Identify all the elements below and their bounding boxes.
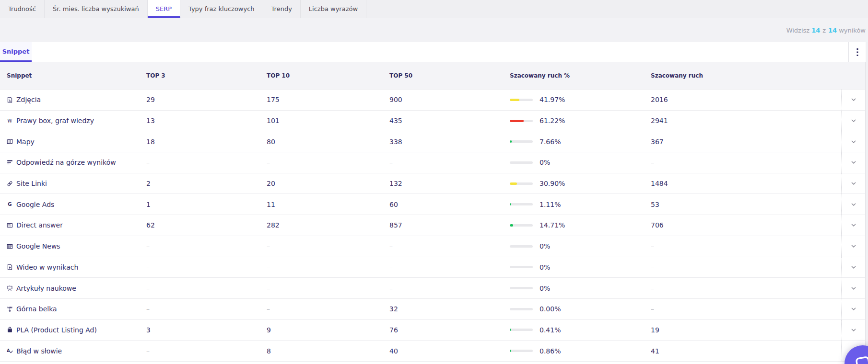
snippet-label: PLA (Product Listing Ad) <box>16 326 97 334</box>
top50-value: 40 <box>389 347 510 355</box>
column-header-5: Szacowany ruch % <box>510 72 651 79</box>
top50-value: 32 <box>389 305 510 313</box>
news-icon <box>7 243 13 250</box>
top50-value: 435 <box>389 117 510 125</box>
expand-row-button[interactable] <box>841 278 865 298</box>
chat-bubble-icon <box>853 353 868 364</box>
kebab-menu-icon <box>856 48 858 57</box>
table-row[interactable]: ABłąd w słowie–8400.86%41 <box>0 340 865 361</box>
top3-value: 18 <box>146 138 267 146</box>
column-header-4: TOP 50 <box>389 72 510 79</box>
traffic-share-bar <box>510 224 533 227</box>
snippet-toolbar: Snippet <box>0 42 866 62</box>
table-row[interactable]: WPrawy box, graf wiedzy1310143561.22%294… <box>0 110 865 131</box>
table-header-row: SnippetTOP 3TOP 10TOP 50Szacowany ruch %… <box>0 62 865 89</box>
snippet-label: Prawy box, graf wiedzy <box>16 117 94 125</box>
table-row[interactable]: Zdjęcia2917590041.97%2016 <box>0 89 865 110</box>
expand-row-button[interactable] <box>841 257 865 278</box>
tab-serp[interactable]: SERP <box>148 0 180 18</box>
chevron-down-icon <box>850 201 857 208</box>
table-row[interactable]: Odpowiedź na górze wyników–––0%– <box>0 152 865 173</box>
link-icon <box>7 181 13 187</box>
traffic-share-bar <box>510 203 533 205</box>
expand-row-button[interactable] <box>841 111 865 131</box>
google-g-icon: G <box>7 201 13 207</box>
table-row[interactable]: Direct answer6228285714.71%706 <box>0 215 865 236</box>
tab--r-mies-liczba-wyszukiwa-[interactable]: Śr. mies. liczba wyszukiwań <box>45 0 148 18</box>
table-row[interactable]: Google News–––0%– <box>0 236 865 257</box>
snippet-label: Odpowiedź na górze wyników <box>16 159 116 166</box>
top10-value: 20 <box>267 180 389 187</box>
top10-value: 9 <box>267 326 389 334</box>
chevron-down-icon <box>850 243 857 250</box>
snippet-table: SnippetTOP 3TOP 10TOP 50Szacowany ruch %… <box>0 62 866 364</box>
tab-trudno-[interactable]: Trudność <box>0 0 45 18</box>
table-row[interactable]: Górna belka––320.00%– <box>0 298 865 319</box>
traffic-value: 19 <box>651 326 841 334</box>
top3-value: – <box>146 347 267 355</box>
table-row[interactable]: Site Linki22013230.90%1484 <box>0 173 865 194</box>
tab-typy-fraz-kluczowych[interactable]: Typy fraz kluczowych <box>180 0 263 18</box>
tab-snippet[interactable]: Snippet <box>0 42 32 62</box>
expand-row-button[interactable] <box>841 299 865 319</box>
table-options-button[interactable] <box>848 42 866 62</box>
top3-value: 13 <box>146 117 267 125</box>
direct-answer-icon <box>7 222 13 228</box>
chevron-down-icon <box>850 117 857 124</box>
top10-value: – <box>267 284 389 292</box>
top3-value: – <box>146 159 267 166</box>
table-row[interactable]: GGoogle Ads111601.11%53 <box>0 193 865 215</box>
traffic-pct-label: 0.41% <box>540 326 561 334</box>
tab-trendy[interactable]: Trendy <box>263 0 301 18</box>
top50-value: 60 <box>389 201 510 208</box>
traffic-value: – <box>651 263 841 271</box>
expand-row-button[interactable] <box>841 152 865 173</box>
table-row[interactable]: Artykuły naukowe–––0%– <box>0 277 865 298</box>
tab-liczba-wyraz-w[interactable]: Liczba wyrazów <box>301 0 366 18</box>
table-row[interactable]: Mapy18803387.66%367 <box>0 131 865 152</box>
traffic-value: – <box>651 284 841 292</box>
answer-top-icon <box>7 159 13 166</box>
svg-text:W: W <box>7 118 12 124</box>
table-row[interactable]: PLA (Product Listing Ad)39760.41%19 <box>0 319 865 341</box>
expand-row-button[interactable] <box>841 194 865 215</box>
table-row-partial <box>0 361 865 364</box>
top50-value: 338 <box>389 138 510 146</box>
expand-row-button[interactable] <box>841 320 865 341</box>
expand-row-button[interactable] <box>841 131 865 152</box>
top50-value: – <box>389 159 510 166</box>
top10-value: – <box>267 242 389 250</box>
analysis-tabbar: TrudnośćŚr. mies. liczba wyszukiwańSERPT… <box>0 0 868 18</box>
wikipedia-w-icon: W <box>7 118 13 124</box>
spellcheck-icon: A <box>7 348 13 354</box>
traffic-value: 367 <box>651 138 841 146</box>
top50-value: 76 <box>389 326 510 334</box>
chevron-down-icon <box>850 138 857 145</box>
expand-row-button[interactable] <box>841 215 865 236</box>
traffic-pct-label: 0% <box>540 263 550 271</box>
top10-value: 11 <box>267 201 389 208</box>
traffic-pct-label: 14.71% <box>540 221 565 229</box>
traffic-value: 706 <box>651 221 841 229</box>
traffic-share-bar <box>510 140 533 143</box>
top3-value: 29 <box>146 96 267 103</box>
traffic-value: 2941 <box>651 117 841 125</box>
expand-row-button[interactable] <box>841 236 865 257</box>
top50-value: – <box>389 284 510 292</box>
expand-row-button[interactable] <box>841 90 865 110</box>
snippet-label: Google Ads <box>16 201 54 208</box>
results-shown-count: 14 <box>811 27 820 34</box>
results-info-prefix: Widzisz <box>786 27 809 34</box>
column-header-6: Szacowany ruch <box>651 72 841 79</box>
top50-value: 900 <box>389 96 510 103</box>
traffic-pct-label: 0.86% <box>540 347 561 355</box>
top3-value: 1 <box>146 201 267 208</box>
traffic-share-bar <box>510 308 533 310</box>
chevron-down-icon <box>850 327 857 333</box>
traffic-value: – <box>651 305 841 313</box>
snippet-label: Google News <box>16 242 60 250</box>
traffic-pct-label: 0% <box>540 242 550 250</box>
expand-row-button[interactable] <box>841 173 865 194</box>
results-total-count: 14 <box>828 27 837 34</box>
table-row[interactable]: Wideo w wynikach–––0%– <box>0 257 865 278</box>
